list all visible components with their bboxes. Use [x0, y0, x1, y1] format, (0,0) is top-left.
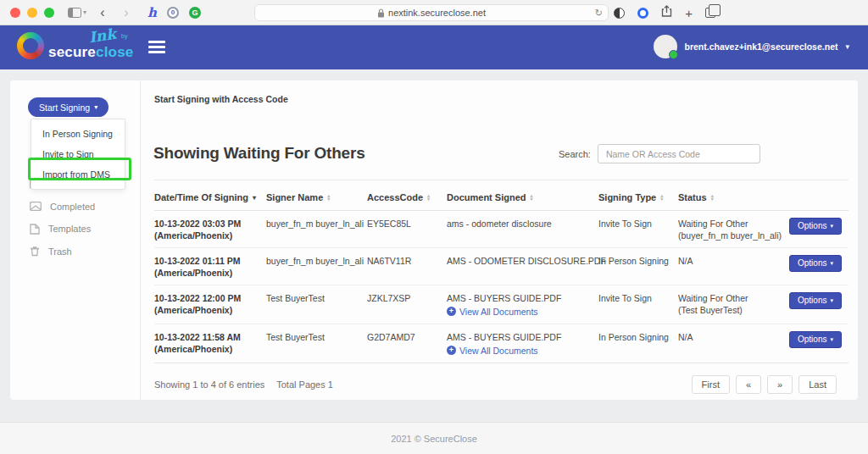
page-footer: 2021 © SecureClose — [0, 422, 868, 454]
column-header-date[interactable]: Date/Time Of Signing▾ — [154, 192, 266, 202]
pagination-last-button[interactable]: Last — [798, 375, 837, 394]
status: Waiting For Other — [678, 292, 782, 304]
status: N/A — [678, 331, 782, 343]
column-header-accesscode[interactable]: AccessCode▴▾ — [367, 192, 447, 202]
caret-down-icon: ▾ — [845, 42, 849, 51]
reload-icon[interactable]: ↻ — [595, 8, 603, 19]
view-all-documents-link[interactable]: +View All Documents — [447, 306, 592, 318]
menu-item-import-from-dms[interactable]: Import from DMS — [31, 164, 125, 185]
sidebar-divider — [140, 80, 141, 400]
column-header-signing-type[interactable]: Signing Type▴▾ — [598, 192, 678, 202]
options-button[interactable]: Options▾ — [789, 292, 842, 309]
options-button[interactable]: Options▾ — [789, 218, 842, 235]
sort-icon: ▴▾ — [531, 194, 533, 202]
caret-down-icon: ▾ — [830, 297, 833, 304]
app-header: Ink by secureclose brent.chavez+ink1@sec… — [0, 25, 868, 69]
minimize-window-button[interactable] — [27, 8, 37, 18]
sort-icon: ▴▾ — [660, 194, 663, 202]
sidebar-item-label: Trash — [48, 246, 72, 257]
file-icon — [30, 224, 40, 235]
chrome-right-buttons: + — [614, 0, 715, 25]
caret-down-icon: ▾ — [94, 103, 97, 111]
avatar — [654, 35, 677, 58]
signing-date: 10-13-2022 11:58 AM — [154, 331, 259, 343]
signing-timezone: (America/Phoenix) — [154, 230, 259, 241]
table-header-row: Date/Time Of Signing▾ Signer Name▴▾ Acce… — [154, 180, 849, 211]
new-tab-icon[interactable]: + — [685, 6, 693, 20]
document-signed: AMS - ODOMETER DISCLOSURE.PDF — [447, 255, 598, 267]
options-button[interactable]: Options▾ — [789, 255, 842, 272]
table-row: 10-13-2022 11:58 AM(America/Phoenix) Tes… — [154, 324, 849, 363]
pagination-prev-button[interactable]: « — [736, 375, 761, 394]
signer-name: buyer_fn_m buyer_ln_ali — [266, 255, 367, 267]
pagination-next-button[interactable]: » — [767, 375, 793, 394]
copyright-text: 2021 © SecureClose — [391, 434, 477, 444]
sidebar-item-completed[interactable]: Completed — [30, 196, 108, 219]
extension-password-icon[interactable]: 0 — [167, 7, 179, 19]
back-button[interactable]: ‹ — [93, 3, 112, 22]
secureclose-logo: Ink by secureclose — [17, 32, 134, 59]
pagination: First « » Last — [692, 375, 849, 394]
privacy-shield-icon[interactable] — [614, 8, 625, 19]
search-input[interactable] — [598, 144, 760, 163]
share-icon[interactable] — [661, 5, 672, 21]
extension-grammarly-icon[interactable]: G — [189, 7, 201, 19]
signer-name: Test BuyerTest — [266, 292, 367, 304]
sidebar-icon — [68, 8, 81, 18]
sort-icon: ▴▾ — [427, 194, 430, 202]
options-button[interactable]: Options▾ — [789, 331, 842, 348]
extension-ring-icon[interactable] — [637, 8, 648, 19]
view-all-documents-link[interactable]: +View All Documents — [447, 345, 592, 357]
table-row: 10-13-2022 03:03 PM(America/Phoenix) buy… — [154, 211, 849, 248]
start-signing-button[interactable]: Start Signing ▾ — [28, 97, 108, 117]
signing-timezone: (America/Phoenix) — [154, 267, 259, 279]
tab-overview-icon[interactable] — [705, 8, 715, 18]
zoom-window-button[interactable] — [44, 8, 54, 18]
forward-button[interactable]: › — [117, 3, 136, 22]
sidebar-item-trash[interactable]: Trash — [30, 241, 108, 263]
lock-icon — [377, 8, 385, 18]
sort-icon: ▴▾ — [327, 194, 330, 202]
close-window-button[interactable] — [10, 8, 20, 18]
signing-type: In Person Signing — [598, 331, 678, 343]
signing-type: Invite To Sign — [598, 218, 678, 230]
search-label: Search: — [559, 149, 591, 159]
entries-summary: Showing 1 to 4 of 6 entries — [154, 379, 264, 390]
document-signed: ams - odometer disclosure — [447, 218, 598, 230]
signing-date: 10-13-2022 12:00 PM — [154, 292, 259, 304]
caret-down-icon: ▾ — [830, 260, 833, 267]
column-header-document[interactable]: Document Signed▴▾ — [447, 192, 598, 202]
menu-item-invite-to-sign[interactable]: Invite to Sign — [31, 144, 125, 164]
pagination-first-button[interactable]: First — [692, 375, 730, 394]
sidebar-item-label: Completed — [50, 202, 95, 212]
total-pages: Total Pages 1 — [276, 379, 333, 390]
extension-h-icon[interactable]: h — [147, 5, 157, 20]
url-text: nextink.secureclose.net — [388, 8, 486, 18]
brand-by-text: by — [121, 33, 127, 39]
chevron-down-icon: ▾ — [83, 8, 86, 16]
column-header-signer[interactable]: Signer Name▴▾ — [266, 192, 367, 202]
sidebar-toggle-button[interactable]: ▾ — [68, 3, 86, 22]
signing-date: 10-13-2022 03:03 PM — [154, 218, 259, 230]
caret-down-icon: ▾ — [830, 223, 833, 230]
column-header-status[interactable]: Status▴▾ — [678, 192, 789, 202]
page-title: Showing Waiting For Others — [153, 144, 365, 163]
signer-name: Test BuyerTest — [266, 331, 367, 343]
menu-item-in-person-signing[interactable]: In Person Signing — [31, 124, 125, 144]
signing-timezone: (America/Phoenix) — [154, 304, 259, 316]
signing-timezone: (America/Phoenix) — [154, 343, 259, 355]
status: N/A — [678, 255, 782, 267]
access-code: G2D7AMD7 — [367, 331, 447, 343]
access-code: NA6TV11R — [367, 255, 447, 267]
screen: ▾ ‹ › h 0 G nextink.secureclose.net ↻ + — [0, 0, 868, 454]
secureclose-logo-icon — [17, 32, 44, 59]
access-code: EY5EC85L — [367, 218, 447, 230]
user-email: brent.chavez+ink1@secureclose.net — [685, 42, 838, 52]
section-title: Start Signing with Access Code — [154, 94, 288, 104]
user-menu[interactable]: brent.chavez+ink1@secureclose.net ▾ — [654, 35, 849, 58]
document-signed: AMS - BUYERS GUIDE.PDF — [447, 292, 592, 304]
sidebar-item-templates[interactable]: Templates — [30, 218, 108, 241]
hamburger-menu-button[interactable] — [148, 41, 165, 53]
address-bar[interactable]: nextink.secureclose.net ↻ — [254, 4, 609, 21]
start-signing-label: Start Signing — [39, 102, 90, 113]
